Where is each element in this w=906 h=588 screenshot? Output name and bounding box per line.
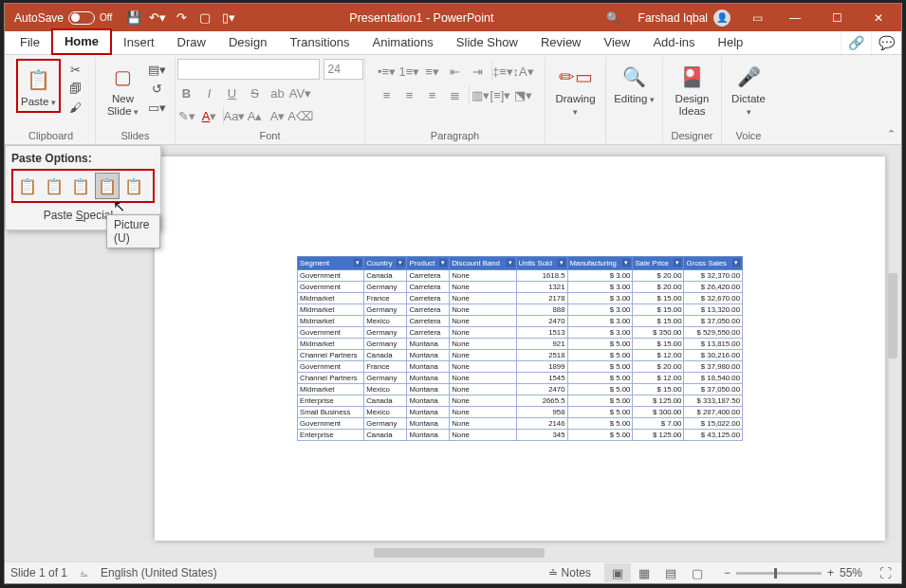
zoom-level[interactable]: 55%	[840, 566, 862, 579]
align-text-button[interactable]: [≡]▾	[491, 85, 510, 104]
table-header[interactable]: Units Sold▾	[516, 257, 567, 270]
tab-review[interactable]: Review	[529, 31, 593, 54]
table-header[interactable]: Segment▾	[298, 257, 364, 270]
format-painter-icon[interactable]: 🖌	[66, 99, 85, 116]
group-designer: Designer	[669, 128, 715, 144]
spellcheck-icon[interactable]: ⎁	[81, 566, 87, 579]
paste-dest-theme-icon[interactable]: 📋	[15, 173, 40, 199]
table-header[interactable]: Sale Price▾	[633, 257, 684, 270]
smartart-button[interactable]: ⬔▾	[514, 85, 533, 104]
align-left-button[interactable]: ≡	[378, 85, 397, 104]
shadow-button[interactable]: ab	[268, 83, 287, 102]
table-header[interactable]: Product▾	[407, 257, 450, 270]
table-header[interactable]: Gross Sales▾	[684, 257, 743, 270]
editing-button[interactable]: 🔍 Editing	[612, 59, 656, 107]
grow-font-button[interactable]: A▴	[246, 106, 265, 125]
paste-keep-source-icon[interactable]: 📋	[42, 173, 66, 199]
tab-file[interactable]: File	[9, 31, 51, 54]
fit-to-window-icon[interactable]: ⛶	[876, 566, 896, 580]
table-header[interactable]: Country▾	[364, 257, 407, 270]
text-direction-button[interactable]: ↕A▾	[514, 62, 533, 81]
zoom-slider[interactable]	[736, 572, 822, 575]
tab-home[interactable]: Home	[51, 28, 112, 55]
font-size-combo[interactable]: 24	[324, 59, 363, 80]
save-icon[interactable]: 💾	[123, 8, 144, 28]
highlight-button[interactable]: ✎▾	[177, 106, 196, 125]
group-paragraph: Paragraph	[371, 128, 539, 144]
paste-text-only-icon[interactable]: 📋	[121, 173, 146, 199]
close-button[interactable]: ✕	[858, 4, 899, 31]
pasted-table[interactable]: Segment▾Country▾Product▾Discount Band▾Un…	[297, 256, 743, 441]
paste-picture-icon[interactable]: 📋	[95, 173, 120, 199]
char-spacing-button[interactable]: AV▾	[291, 83, 310, 102]
italic-button[interactable]: I	[200, 83, 219, 102]
new-slide-button[interactable]: ▢ New Slide	[104, 59, 142, 119]
list-level-button[interactable]: ≡▾	[423, 62, 442, 81]
justify-button[interactable]: ≣	[446, 85, 465, 104]
slideshow-view-icon[interactable]: ▢	[684, 563, 711, 582]
tab-design[interactable]: Design	[217, 31, 278, 54]
tab-view[interactable]: View	[593, 31, 642, 54]
horizontal-scrollbar[interactable]	[155, 546, 884, 560]
inc-indent-button[interactable]: ⇥	[469, 62, 488, 81]
dec-indent-button[interactable]: ⇤	[446, 62, 465, 81]
font-color-button[interactable]: A▾	[200, 106, 219, 125]
copy-icon[interactable]: 🗐	[66, 80, 85, 97]
language-indicator[interactable]: English (United States)	[101, 566, 217, 579]
layout-icon[interactable]: ▤▾	[148, 61, 167, 78]
zoom-in-button[interactable]: +	[827, 566, 834, 579]
reading-view-icon[interactable]: ▤	[657, 563, 684, 582]
shrink-font-button[interactable]: A▾	[268, 106, 287, 125]
dictate-button[interactable]: 🎤 Dictate	[728, 59, 769, 119]
tab-addins[interactable]: Add-ins	[641, 31, 706, 54]
numbering-button[interactable]: 1≡▾	[400, 62, 419, 81]
tab-insert[interactable]: Insert	[112, 31, 166, 54]
ribbon-display-icon[interactable]: ▭	[746, 11, 768, 25]
tab-draw[interactable]: Draw	[166, 31, 217, 54]
line-spacing-button[interactable]: ‡≡▾	[491, 62, 510, 81]
paste-button[interactable]: 📋 Paste	[19, 62, 58, 110]
cut-icon[interactable]: ✂	[66, 61, 85, 78]
change-case-button[interactable]: Aa▾	[223, 106, 242, 125]
user-account[interactable]: Farshad Iqbal 👤	[629, 9, 740, 27]
table-header[interactable]: Manufacturing▾	[567, 257, 633, 270]
redo-icon[interactable]: ↷	[171, 8, 192, 28]
align-center-button[interactable]: ≡	[400, 85, 419, 104]
vertical-scrollbar[interactable]	[886, 153, 899, 554]
tab-help[interactable]: Help	[707, 31, 755, 54]
design-ideas-button[interactable]: 🎴 Design Ideas	[674, 59, 712, 119]
bullets-button[interactable]: •≡▾	[378, 62, 397, 81]
autosave-toggle[interactable]	[68, 11, 95, 25]
font-family-combo[interactable]	[177, 59, 320, 80]
share-button[interactable]: 🔗	[841, 31, 871, 54]
paste-embed-icon[interactable]: 📋	[68, 173, 93, 199]
underline-button[interactable]: U	[223, 83, 242, 102]
comments-button[interactable]: 💬	[871, 31, 901, 54]
bold-button[interactable]: B	[177, 83, 196, 102]
section-icon[interactable]: ▭▾	[148, 99, 167, 116]
align-right-button[interactable]: ≡	[423, 85, 442, 104]
zoom-out-button[interactable]: −	[724, 566, 730, 579]
reset-icon[interactable]: ↺	[148, 80, 167, 97]
minimize-button[interactable]: —	[774, 4, 816, 31]
collapse-ribbon-icon[interactable]: ⌃	[887, 128, 896, 140]
search-icon[interactable]: 🔍	[604, 11, 623, 25]
sorter-view-icon[interactable]: ▦	[631, 563, 657, 582]
tab-slideshow[interactable]: Slide Show	[445, 31, 529, 54]
qat-more-icon[interactable]: ▯▾	[218, 8, 239, 28]
strike-button[interactable]: S	[246, 83, 265, 102]
normal-view-icon[interactable]: ▣	[604, 563, 631, 582]
tab-transitions[interactable]: Transitions	[278, 31, 361, 54]
drawing-button[interactable]: ✏▭ Drawing	[551, 59, 600, 119]
maximize-button[interactable]: ☐	[816, 4, 858, 31]
tab-animations[interactable]: Animations	[361, 31, 445, 54]
table-row: EnterpriseCanadaMontanaNone345$ 5.00$ 12…	[298, 430, 743, 441]
start-from-beginning-icon[interactable]: ▢	[194, 8, 215, 28]
columns-button[interactable]: ▥▾	[469, 85, 488, 104]
notes-button[interactable]: ≐ Notes	[548, 566, 591, 579]
clear-format-button[interactable]: A⌫	[291, 106, 310, 125]
group-voice: Voice	[728, 128, 769, 144]
slide-canvas[interactable]: Segment▾Country▾Product▾Discount Band▾Un…	[155, 156, 885, 541]
undo-icon[interactable]: ↶▾	[147, 8, 168, 28]
table-header[interactable]: Discount Band▾	[450, 257, 516, 270]
